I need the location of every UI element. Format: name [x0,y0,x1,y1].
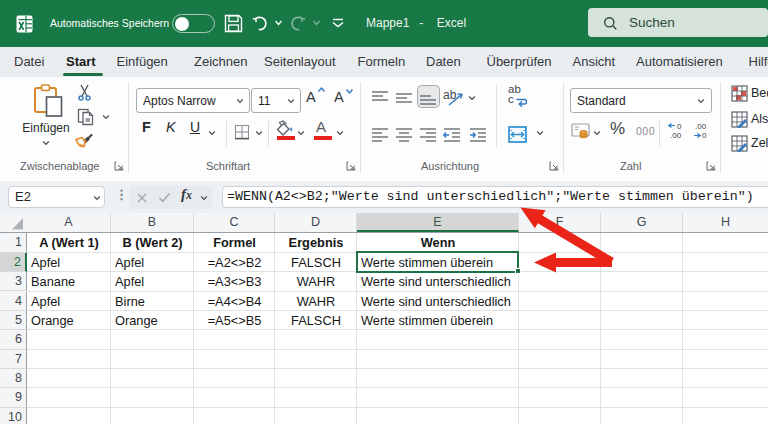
svg-text:.00: .00 [695,122,707,131]
svg-text:0: 0 [702,131,707,140]
svg-text:0: 0 [677,122,682,131]
svg-text:.00: .00 [670,131,682,140]
